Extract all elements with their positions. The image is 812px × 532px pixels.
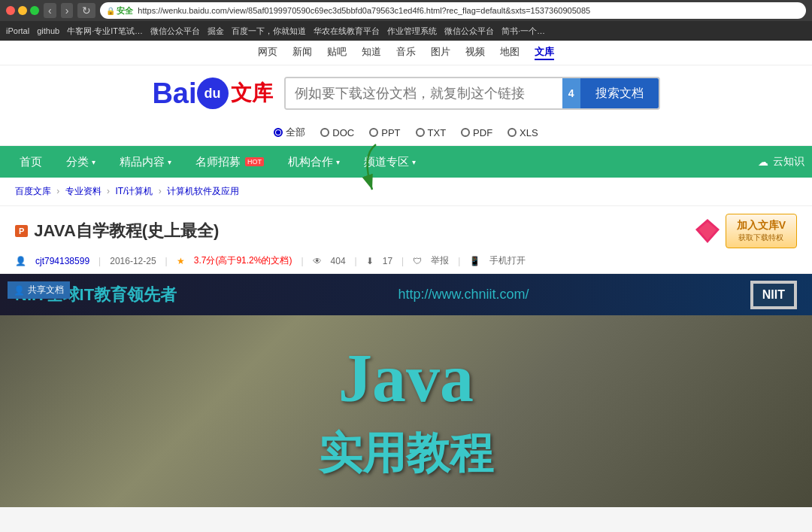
bookmark-juejin[interactable]: 掘金 [208, 26, 224, 37]
bookmark-baidu[interactable]: 百度一下，你就知道 [232, 26, 306, 37]
breadcrumb-item-3[interactable]: IT/计算机 [115, 186, 153, 196]
minimize-button[interactable] [18, 6, 27, 15]
search-area: Bai du 文库 4 搜索文档 [0, 65, 812, 121]
green-nav-channel[interactable]: 频道专区 ▾ [352, 146, 428, 178]
join-vip-button[interactable]: 加入文库V 获取下载特权 [726, 214, 797, 248]
nav-zhidao[interactable]: 知道 [362, 45, 381, 60]
filetype-ppt[interactable]: PPT [369, 126, 400, 139]
meta-sep-3: | [301, 256, 303, 266]
meta-sep-6: | [458, 256, 460, 266]
green-nav-institution-label: 机构合作 [288, 155, 333, 169]
green-nav-home[interactable]: 首页 [8, 146, 54, 178]
filetype-txt[interactable]: TXT [416, 126, 447, 139]
search-input[interactable] [286, 78, 562, 108]
radio-ppt-icon [369, 128, 378, 137]
meta-sep-5: | [401, 256, 404, 266]
nav-video[interactable]: 视频 [465, 45, 485, 60]
search-input-wrapper: 4 搜索文档 [284, 77, 660, 110]
back-button[interactable]: ‹ [44, 3, 56, 18]
breadcrumb-item-4[interactable]: 计算机软件及应用 [167, 186, 239, 196]
window-controls [6, 6, 39, 15]
meta-sep-2: | [165, 256, 168, 266]
filetype-pdf-label: PDF [473, 127, 492, 138]
doc-title: JAVA自学教程(史上最全) [34, 220, 219, 242]
nav-webpage[interactable]: 网页 [258, 45, 277, 60]
filetype-txt-label: TXT [428, 127, 447, 138]
maximize-button[interactable] [30, 6, 39, 15]
nav-news[interactable]: 新闻 [292, 45, 312, 60]
meta-sep-1: | [98, 256, 101, 266]
filetype-doc[interactable]: DOC [320, 126, 354, 139]
doc-author[interactable]: cjt794138599 [35, 256, 89, 266]
green-nav-category[interactable]: 分类 ▾ [54, 146, 108, 178]
nav-music[interactable]: 音乐 [396, 45, 416, 60]
breadcrumb-item-1[interactable]: 百度文库 [15, 186, 51, 196]
doc-content: 👤 共享文档 NIIT全球IT教育领先者 http://www.chniit.c… [0, 274, 812, 507]
filetype-doc-label: DOC [332, 127, 354, 138]
bookmark-niuke[interactable]: 牛客网·专业IT笔试… [67, 26, 143, 37]
doc-title-left: P JAVA自学教程(史上最全) [15, 220, 219, 242]
doc-header: P JAVA自学教程(史上最全) 加入文库V 获取下载特权 👤 cjt79413… [0, 206, 812, 274]
forward-button[interactable]: › [61, 3, 74, 18]
address-bar[interactable]: 🔒 安全 https://wenku.baidu.com/view/85af01… [100, 2, 806, 19]
close-button[interactable] [6, 6, 15, 15]
download-icon: ⬇ [366, 256, 374, 266]
radio-pdf-icon [461, 128, 470, 137]
bookmark-homework[interactable]: 作业管理系统 [387, 26, 437, 37]
green-nav-teacher-label: 名师招募 [195, 155, 241, 169]
java-cover: Java 实用教程 [0, 315, 812, 507]
breadcrumb-sep-1: › [56, 186, 62, 196]
java-title-text: Java [338, 339, 474, 417]
bookmark-iportal[interactable]: iPortal [6, 26, 29, 35]
filetype-xls-label: XLS [520, 127, 538, 138]
mobile-open-link[interactable]: 手机打开 [489, 254, 526, 267]
bookmarks-bar: iPortal github 牛客网·专业IT笔试… 微信公众平台 掘金 百度一… [0, 21, 812, 41]
secure-label: 安全 [117, 5, 133, 17]
bookmark-wechat1[interactable]: 微信公众平台 [150, 26, 200, 37]
cloud-section[interactable]: ☁ 云知识 [758, 155, 804, 169]
nav-tieba[interactable]: 贴吧 [327, 45, 347, 60]
bookmark-github[interactable]: github [37, 26, 59, 35]
green-nav-institution[interactable]: 机构合作 ▾ [276, 146, 352, 178]
meta-sep-4: | [355, 256, 357, 266]
filetype-all[interactable]: 全部 [274, 126, 305, 139]
niit-logo: NIIT [753, 284, 794, 306]
filetype-pdf[interactable]: PDF [461, 126, 492, 139]
green-nav-teacher[interactable]: 名师招募 HOT [183, 146, 276, 178]
green-nav-featured[interactable]: 精品内容 ▾ [108, 146, 183, 178]
breadcrumb-sep-3: › [159, 186, 164, 196]
views-icon: 👁 [313, 256, 322, 266]
chevron-down-icon3: ▾ [336, 158, 340, 166]
filetype-xls[interactable]: XLS [508, 126, 538, 139]
cloud-icon: ☁ [758, 156, 768, 168]
nav-map[interactable]: 地图 [500, 45, 520, 60]
breadcrumb-item-2[interactable]: 专业资料 [65, 186, 102, 196]
doc-date: 2016-12-25 [110, 256, 156, 266]
bookmark-huanong[interactable]: 华农在线教育平台 [314, 26, 380, 37]
chevron-down-icon: ▾ [92, 158, 95, 166]
score-text: 3.7分(高于91.2%的文档) [194, 255, 292, 266]
green-nav-featured-label: 精品内容 [120, 155, 165, 169]
radio-doc-icon [320, 128, 329, 137]
search-button[interactable]: 搜索文档 [580, 78, 659, 108]
doc-rating: 3.7分(高于91.2%的文档) [194, 254, 292, 267]
bookmark-jianshu[interactable]: 简书·一个… [501, 26, 545, 37]
vip-icon-area [694, 217, 721, 245]
cloud-label: 云知识 [773, 155, 804, 169]
refresh-button[interactable]: ↻ [77, 3, 95, 18]
doc-right: 加入文库V 获取下载特权 [694, 214, 797, 248]
radio-xls-icon [508, 128, 517, 137]
filetype-all-label: 全部 [286, 126, 305, 139]
nav-images[interactable]: 图片 [431, 45, 450, 60]
report-link[interactable]: 举报 [431, 254, 449, 267]
secure-badge: 🔒 安全 [106, 5, 133, 17]
green-nav: 首页 分类 ▾ 精品内容 ▾ 名师招募 HOT 机构合作 ▾ 频道专区 ▾ ☁ … [0, 146, 812, 178]
shared-label: 共享文档 [28, 284, 64, 296]
doc-views: 404 [331, 256, 346, 266]
file-type-bar: 全部 DOC PPT TXT PDF XLS [0, 121, 812, 146]
baidu-logo: Bai du 文库 [152, 78, 272, 110]
bookmark-wechat2[interactable]: 微信公众平台 [444, 26, 494, 37]
nav-wenku[interactable]: 文库 [535, 45, 554, 60]
java-subtitle-text: 实用教程 [319, 424, 493, 483]
lock-icon: 🔒 [106, 7, 115, 15]
